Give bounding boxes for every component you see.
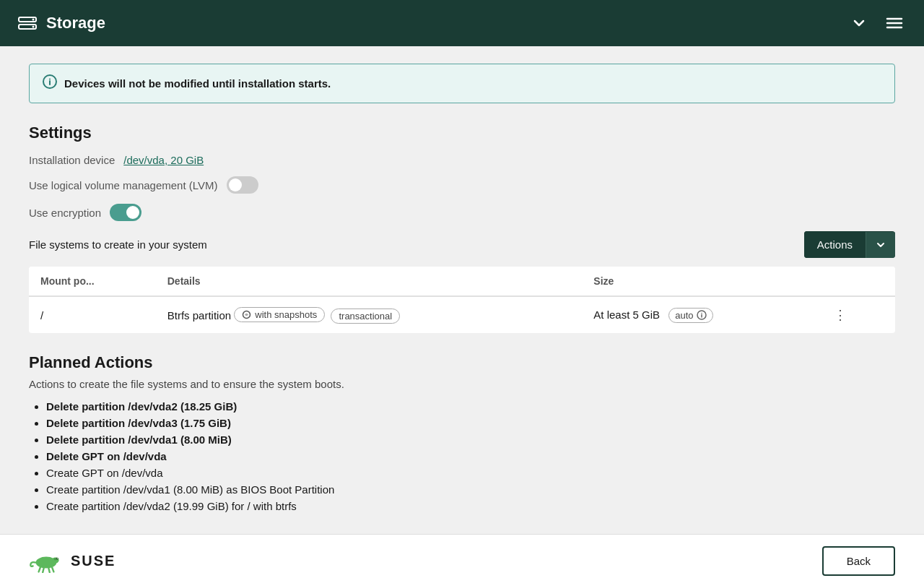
svg-point-13 (701, 313, 702, 314)
lvm-row: Use logical volume management (LVM) (29, 176, 895, 194)
col-mountpoint: Mount po... (29, 267, 156, 296)
list-item: Create GPT on /dev/vda (46, 467, 895, 479)
list-item: Delete partition /dev/vda3 (1.75 GiB) (46, 417, 895, 429)
encryption-toggle[interactable] (110, 204, 141, 221)
actions-dropdown-button[interactable] (866, 232, 895, 258)
cell-size: At least 5 GiB auto (582, 296, 816, 333)
settings-title: Settings (29, 124, 895, 142)
menu-button[interactable] (882, 11, 907, 35)
filesystems-table: Mount po... Details Size / Btrfs partiti… (29, 267, 895, 333)
list-item: Delete GPT on /dev/vda (46, 450, 895, 462)
chevron-down-icon (850, 14, 868, 32)
list-item: Create partition /dev/vda2 (19.99 GiB) f… (46, 500, 895, 512)
svg-point-22 (53, 558, 57, 560)
tag-transactional: transactional (331, 309, 400, 324)
info-banner: Devices will not be modified until insta… (29, 64, 895, 103)
list-item: Create partition /dev/vda1 (8.00 MiB) as… (46, 483, 895, 496)
actions-chevron-icon (875, 239, 886, 251)
svg-point-17 (57, 557, 58, 558)
planned-actions-title: Planned Actions (29, 353, 895, 372)
auto-info-icon (697, 310, 707, 320)
tag-snapshots: with snapshots (234, 307, 325, 322)
installation-device-value[interactable]: /dev/vda, 20 GiB (123, 154, 204, 166)
encryption-slider (110, 204, 141, 221)
planned-actions-section: Planned Actions Actions to create the fi… (29, 353, 895, 512)
info-banner-text: Devices will not be modified until insta… (64, 77, 331, 90)
cell-details: Btrfs partition with snapshots transacti… (156, 296, 583, 333)
cell-more: ⋮ (816, 296, 895, 333)
header-right (847, 11, 907, 35)
suse-logo: SUSE (29, 550, 116, 573)
header: Storage (0, 0, 924, 46)
filesystems-label: File systems to create in your system (29, 238, 207, 251)
main-content: Devices will not be modified until insta… (0, 46, 924, 534)
lvm-toggle[interactable] (227, 176, 258, 194)
cell-mountpoint: / (29, 296, 156, 333)
table-header-row: Mount po... Details Size (29, 267, 895, 296)
lvm-label: Use logical volume management (LVM) (29, 179, 218, 191)
svg-line-21 (52, 567, 53, 571)
col-details: Details (156, 267, 583, 296)
svg-line-19 (43, 567, 44, 571)
svg-line-20 (48, 567, 50, 571)
list-item: Delete partition /dev/vda1 (8.00 MiB) (46, 434, 895, 446)
svg-line-18 (39, 567, 40, 571)
table-row: / Btrfs partition with snapshots transac… (29, 296, 895, 333)
suse-label: SUSE (71, 553, 116, 569)
installation-device-row: Installation device /dev/vda, 20 GiB (29, 154, 895, 166)
menu-icon (885, 14, 904, 33)
planned-actions-description: Actions to create the file systems and t… (29, 378, 895, 390)
back-button[interactable]: Back (822, 546, 895, 576)
info-icon (43, 74, 57, 92)
header-left: Storage (17, 13, 105, 33)
col-size: Size (582, 267, 816, 296)
actions-main-button[interactable]: Actions (804, 231, 866, 258)
storage-icon (17, 13, 38, 33)
encryption-row: Use encryption (29, 204, 895, 221)
footer: SUSE Back (0, 534, 924, 578)
lvm-slider (227, 176, 258, 194)
page-title: Storage (46, 14, 105, 33)
row-more-button[interactable]: ⋮ (828, 306, 853, 324)
actions-button-group: Actions (804, 231, 895, 258)
svg-point-2 (32, 19, 35, 21)
settings-section: Settings Installation device /dev/vda, 2… (29, 124, 895, 333)
installation-device-label: Installation device (29, 154, 115, 166)
chevron-down-button[interactable] (847, 12, 871, 35)
col-actions (816, 267, 895, 296)
auto-badge: auto (668, 308, 712, 323)
planned-actions-list: Delete partition /dev/vda2 (18.25 GiB) D… (29, 400, 895, 512)
svg-point-9 (49, 79, 51, 80)
suse-chameleon-icon (29, 550, 64, 573)
svg-point-3 (32, 26, 35, 28)
filesystems-header: File systems to create in your system Ac… (29, 231, 895, 258)
encryption-label: Use encryption (29, 207, 101, 219)
snapshot-icon (242, 310, 251, 319)
list-item: Delete partition /dev/vda2 (18.25 GiB) (46, 400, 895, 413)
details-main-text: Btrfs partition (167, 309, 231, 322)
